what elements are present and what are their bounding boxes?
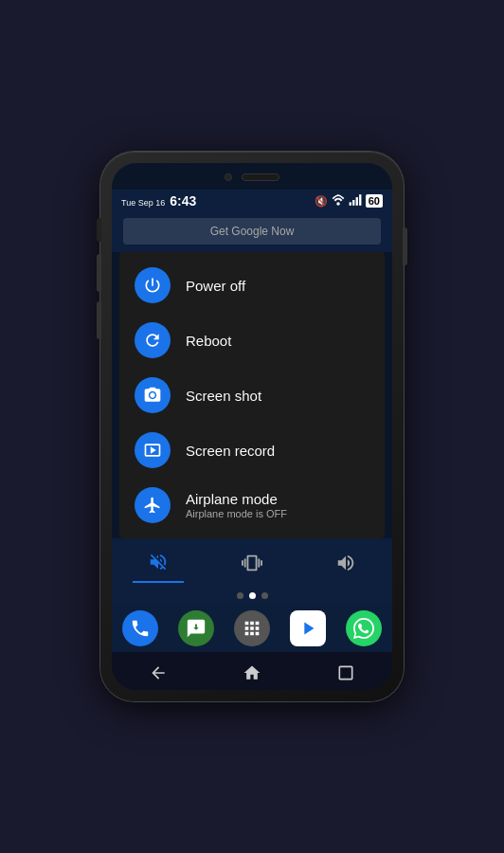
airplane-icon	[143, 496, 162, 515]
dock-play-icon[interactable]	[290, 610, 326, 646]
screenshot-icon-circle	[135, 377, 171, 413]
power-off-icon-circle	[135, 267, 171, 303]
wifi-icon	[332, 194, 345, 208]
recents-button[interactable]	[321, 660, 370, 690]
svg-rect-2	[352, 200, 354, 206]
airplane-mode-icon-circle	[135, 487, 171, 523]
phone-top-bar	[112, 163, 392, 191]
volume-toggle[interactable]	[320, 549, 371, 582]
power-off-item[interactable]: Power off	[119, 258, 385, 313]
vibrate-toggle[interactable]	[226, 549, 278, 582]
power-off-label: Power off	[186, 278, 245, 294]
mute-icon: 🔇	[315, 195, 328, 208]
status-time: 6:43	[170, 193, 196, 209]
page-dots	[112, 589, 392, 603]
power-menu: Power off Reboot Screen s	[119, 252, 385, 538]
svg-rect-3	[355, 197, 357, 206]
reboot-icon	[143, 331, 162, 350]
dock-phone-icon[interactable]	[122, 610, 158, 646]
home-button[interactable]	[227, 660, 277, 690]
battery-icon: 60	[366, 194, 383, 208]
google-now-bar: Get Google Now	[112, 212, 392, 252]
silent-toggle-icon	[148, 552, 169, 577]
dock-whatsapp-icon[interactable]	[346, 610, 382, 646]
screen-record-item[interactable]: Screen record	[119, 423, 385, 478]
speaker	[242, 173, 279, 181]
screenshot-item[interactable]: Screen shot	[119, 368, 385, 423]
silent-button[interactable]	[97, 301, 101, 339]
quick-settings-row	[112, 538, 392, 589]
phone-screen: Tue Sep 16 6:43 🔇	[112, 163, 392, 690]
reboot-text: Reboot	[186, 333, 231, 349]
airplane-mode-label: Airplane mode Airplane mode is OFF	[186, 491, 287, 519]
google-now-input[interactable]: Get Google Now	[123, 218, 381, 245]
app-dock	[112, 603, 392, 652]
reboot-icon-circle	[135, 322, 171, 358]
power-button[interactable]	[403, 227, 407, 265]
vibrate-toggle-icon	[242, 553, 262, 578]
dot-3	[261, 592, 268, 599]
status-icons: 🔇 60	[315, 194, 383, 208]
screenshot-text: Screen shot	[186, 388, 261, 404]
svg-point-0	[336, 202, 340, 206]
screen-record-text: Screen record	[186, 443, 275, 459]
power-icon	[143, 276, 162, 295]
dock-apps-icon[interactable]	[234, 610, 270, 646]
volume-toggle-icon	[335, 553, 356, 578]
volume-up-button[interactable]	[97, 218, 101, 242]
power-off-text: Power off	[186, 278, 245, 294]
volume-down-button[interactable]	[97, 254, 101, 292]
dot-1	[237, 592, 243, 599]
airplane-mode-text: Airplane mode	[186, 491, 287, 507]
svg-rect-4	[359, 194, 361, 206]
screen-record-icon-circle	[135, 432, 171, 468]
camera-icon	[143, 386, 162, 405]
camera	[225, 173, 232, 181]
silent-toggle[interactable]	[133, 548, 184, 583]
back-button[interactable]	[134, 660, 183, 690]
svg-rect-1	[349, 202, 351, 206]
phone-frame: Tue Sep 16 6:43 🔇	[100, 152, 404, 701]
reboot-item[interactable]: Reboot	[119, 313, 385, 368]
dock-hangouts-icon[interactable]	[178, 610, 214, 646]
screen-record-icon	[143, 441, 162, 460]
airplane-mode-item[interactable]: Airplane mode Airplane mode is OFF	[119, 478, 385, 533]
dot-2	[249, 592, 256, 599]
nav-bar	[112, 652, 392, 690]
airplane-mode-subtext: Airplane mode is OFF	[186, 508, 287, 519]
status-date: Tue Sep 16	[121, 198, 165, 208]
status-bar: Tue Sep 16 6:43 🔇	[112, 190, 392, 212]
signal-icon	[349, 194, 362, 208]
